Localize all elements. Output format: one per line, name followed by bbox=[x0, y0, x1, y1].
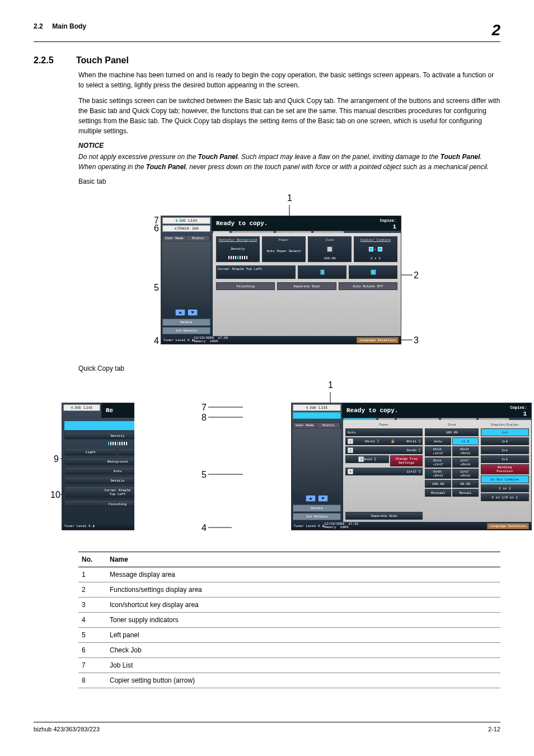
left-panel-header: User Name Status bbox=[162, 235, 210, 241]
qc-dup-1-1[interactable]: 1▸1 bbox=[481, 428, 529, 436]
qc-scroll-down[interactable] bbox=[318, 495, 328, 502]
staple-icon-button[interactable] bbox=[298, 265, 346, 279]
panel-top-row: Job List Check Job Ready to copy. Copies… bbox=[161, 216, 401, 231]
qc-paper-slot-3[interactable]: 38×14 ⌷ bbox=[345, 455, 389, 463]
scroll-up-button[interactable] bbox=[175, 309, 185, 316]
callout-q8: 8 bbox=[202, 413, 207, 423]
qc-zoom-preset-2[interactable]: 8½×14 ▸8½×11 bbox=[452, 446, 479, 456]
header-section-num: 2.2 bbox=[34, 22, 43, 30]
finishing-button[interactable]: Finishing bbox=[216, 282, 275, 290]
qc-dup-1-2[interactable]: 1▸2 bbox=[481, 437, 529, 445]
qc-zoom-preset-3[interactable]: 8½×11 ▸11×17 bbox=[425, 458, 451, 468]
frag-finishing-button[interactable]: Finishing bbox=[64, 500, 134, 508]
qc-zoom-preset-6[interactable]: 11×17 ▸8½×11 bbox=[452, 469, 479, 479]
frag-corner-staple-button[interactable]: Corner Staple Top Left bbox=[64, 486, 134, 498]
duplex-combine-button[interactable]: Duplex/ Combine ▸ 1 ▸ 1 bbox=[354, 236, 397, 262]
figure-quick-copy-tab: 1 7 8 5 4 2 3 9 10 Job List Re Density L… bbox=[50, 378, 476, 535]
basic-touch-panel: Job List Check Job Ready to copy. Copies… bbox=[161, 216, 401, 344]
output-icon-button[interactable] bbox=[349, 265, 397, 279]
frag-dark-button[interactable]: Dark bbox=[118, 448, 134, 456]
job-details-button[interactable]: Job Details bbox=[162, 327, 210, 334]
qc-left-panel: User NameStatus Delete Job Details bbox=[292, 421, 342, 522]
table-header-no: No. bbox=[78, 552, 106, 567]
page-footer: bizhub 423/363/283/223 2-12 bbox=[34, 722, 500, 732]
qc-functions-area: Paper Auto 18½×11 ⌷🔒8½×11 ⌷ 25½×8½ ⌷ 38×… bbox=[343, 420, 531, 522]
qc-paper-slot-1[interactable]: 18½×11 ⌷🔒8½×11 ⌷ bbox=[345, 437, 423, 445]
qc-paper-slot-2[interactable]: 25½×8½ ⌷ bbox=[345, 446, 423, 454]
qc-dup-2-2[interactable]: 2▸2 bbox=[481, 455, 529, 463]
arrow-down-icon bbox=[191, 311, 194, 314]
corner-staple-button[interactable]: Corner Staple Top Left bbox=[216, 265, 296, 279]
toner-indicator: Toner Level K ▮ bbox=[163, 338, 194, 342]
caption-basic-tab: Basic tab bbox=[78, 178, 500, 185]
table-row: 7Job List bbox=[78, 658, 500, 673]
arrow-down-icon bbox=[321, 497, 325, 500]
job-list-button[interactable]: Job List bbox=[162, 217, 210, 224]
chapter-number: 2 bbox=[491, 22, 500, 38]
copies-label: Copies: bbox=[380, 218, 396, 223]
functions-row-3: Finishing Separate Scan Auto Rotate Off bbox=[216, 282, 397, 290]
functions-row-1: Density/ Background Density Paper Auto P… bbox=[216, 236, 397, 262]
qc-zoom-auto[interactable]: Auto bbox=[425, 437, 451, 445]
functions-row-2: Corner Staple Top Left bbox=[216, 265, 397, 279]
qc-message-area: Ready to copy. Copies: 1 bbox=[342, 403, 531, 418]
qc-zoom-preset-1[interactable]: 8½×14 ▸11×17 bbox=[425, 446, 451, 456]
qc-scroll-up[interactable] bbox=[306, 495, 316, 502]
callout-q7: 7 bbox=[202, 403, 207, 413]
frag-details-button[interactable]: Details bbox=[64, 477, 134, 484]
qc-job-list-button[interactable]: Job List bbox=[293, 404, 341, 411]
language-selection-button[interactable]: Language Selection bbox=[357, 337, 399, 343]
density-segments-icon bbox=[218, 256, 258, 260]
qc-job-details-button[interactable]: Job Details bbox=[293, 513, 341, 520]
callout-q10: 10 bbox=[50, 490, 60, 500]
qc-duplex-column: Simplex/Duplex 1▸1 1▸2 2▸1 2▸2 Binding P… bbox=[481, 422, 529, 520]
qc-zoom-200[interactable]: 200.0% bbox=[425, 480, 451, 488]
qc-toner: Toner Level K ▮ bbox=[294, 524, 324, 528]
density-background-button[interactable]: Density/ Background Density bbox=[216, 236, 260, 262]
qc-delete-button[interactable]: Delete bbox=[293, 505, 341, 512]
arrow-up-icon bbox=[179, 311, 182, 314]
frag-light-button[interactable]: Light bbox=[64, 448, 117, 456]
qc-4in1[interactable]: 4 in 1/8 in 1 bbox=[481, 493, 529, 501]
date-time: 12/23/2009 17:26 Memory 100% bbox=[194, 337, 228, 343]
qc-2in1[interactable]: 2 in 1 bbox=[481, 484, 529, 492]
copies-value: 1 bbox=[392, 223, 396, 230]
qc-zoom-manual[interactable]: Manual bbox=[452, 489, 479, 497]
qc-language-button[interactable]: Language Selection bbox=[487, 523, 529, 529]
notice-label: NOTICE bbox=[78, 142, 500, 150]
qc-zoom-x1[interactable]: x1.0 bbox=[452, 437, 479, 445]
qc-zoom-preset-5[interactable]: 5½×8½ ▸8½×11 bbox=[425, 469, 451, 479]
quick-copy-touch-panel: Job List Ready to copy. Copies: 1 Quick … bbox=[291, 403, 532, 530]
frag-job-list-button[interactable]: Job List bbox=[63, 404, 100, 411]
zoom-button[interactable]: Zoom 100.0% bbox=[308, 236, 352, 262]
qc-separate-scan-button[interactable]: Separate Scan bbox=[345, 512, 423, 520]
qc-zoom-minimal[interactable]: Minimal bbox=[425, 489, 451, 497]
frag-bottom-bar: Toner Level K ▮ 12/Mem bbox=[62, 522, 134, 530]
copier-setting-arrow-button[interactable] bbox=[293, 412, 341, 419]
auto-rotate-button[interactable]: Auto Rotate Off bbox=[339, 282, 397, 290]
qc-zoom-50[interactable]: 50.0% bbox=[452, 480, 479, 488]
qc-binding-button[interactable]: Binding Position bbox=[481, 464, 529, 474]
qc-no-combine[interactable]: Do Not Combine bbox=[481, 475, 529, 483]
icon-shortcut-area: Toner Level K ▮ 12/23/2009 17:26 Memory … bbox=[161, 336, 401, 344]
qc-zoom-100[interactable]: 100.0% bbox=[425, 428, 478, 436]
duplex-icon bbox=[378, 247, 382, 251]
qc-paper-slot-4[interactable]: 411×17 ⌷ bbox=[345, 468, 423, 475]
frag-message-area: Re bbox=[101, 403, 134, 418]
qc-dup-2-1[interactable]: 2▸1 bbox=[481, 446, 529, 454]
qc-paper-auto[interactable]: Auto bbox=[345, 428, 423, 436]
delete-button[interactable]: Delete bbox=[162, 319, 210, 326]
scroll-down-button[interactable] bbox=[188, 309, 198, 316]
fragment-panel: Job List Re Density LightDark Background… bbox=[62, 403, 134, 530]
qc-change-tray-button[interactable]: Change Tray Settings bbox=[390, 455, 423, 466]
table-row: 3Icon/shortcut key display area bbox=[78, 598, 500, 613]
qc-zoom-preset-4[interactable]: 11×17 ▸8½×14 bbox=[452, 458, 479, 468]
header-rule bbox=[34, 41, 500, 42]
separate-scan-button[interactable]: Separate Scan bbox=[277, 282, 336, 290]
frag-auto-button[interactable]: Auto bbox=[64, 467, 134, 475]
scroll-buttons bbox=[162, 309, 210, 316]
frag-toner: Toner Level K ▮ bbox=[64, 524, 95, 528]
paper-button[interactable]: Paper Auto Paper Select bbox=[262, 236, 306, 262]
check-job-button[interactable]: Check Job bbox=[162, 225, 210, 232]
notice-text: Do not apply excessive pressure on the T… bbox=[78, 152, 500, 172]
